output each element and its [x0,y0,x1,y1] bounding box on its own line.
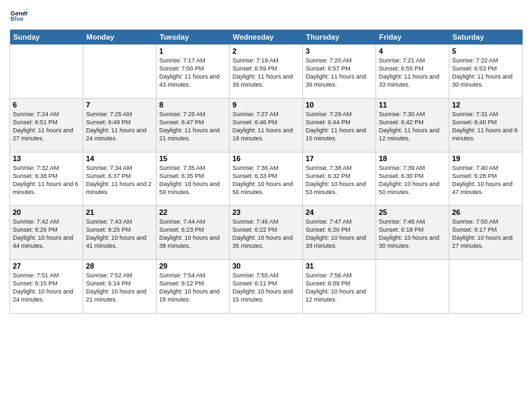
day-number: 30 [232,262,300,270]
day-number: 28 [86,262,153,270]
day-number: 1 [159,47,226,55]
calendar-cell: 29Sunrise: 7:54 AM Sunset: 6:12 PM Dayli… [157,260,230,314]
day-number: 3 [306,47,373,55]
calendar-week-4: 20Sunrise: 7:42 AM Sunset: 6:26 PM Dayli… [10,206,523,260]
calendar-cell: 16Sunrise: 7:36 AM Sunset: 6:33 PM Dayli… [230,152,303,206]
day-number: 25 [379,208,446,216]
day-number: 29 [159,262,226,270]
day-info: Sunrise: 7:17 AM Sunset: 7:00 PM Dayligh… [159,56,226,89]
weekday-header-wednesday: Wednesday [230,30,303,45]
day-info: Sunrise: 7:26 AM Sunset: 6:47 PM Dayligh… [159,110,226,143]
day-number: 14 [86,154,153,163]
calendar-cell: 25Sunrise: 7:48 AM Sunset: 6:18 PM Dayli… [376,206,449,260]
day-number: 24 [306,208,373,216]
day-number: 12 [452,101,519,109]
day-info: Sunrise: 7:40 AM Sunset: 6:28 PM Dayligh… [452,164,519,197]
day-info: Sunrise: 7:34 AM Sunset: 6:37 PM Dayligh… [86,164,153,197]
day-info: Sunrise: 7:47 AM Sunset: 6:20 PM Dayligh… [306,218,373,250]
day-number: 19 [452,154,519,163]
day-info: Sunrise: 7:27 AM Sunset: 6:46 PM Dayligh… [232,110,300,143]
weekday-header-thursday: Thursday [303,30,376,45]
day-info: Sunrise: 7:55 AM Sunset: 6:11 PM Dayligh… [232,271,300,304]
day-info: Sunrise: 7:42 AM Sunset: 6:26 PM Dayligh… [13,218,80,250]
calendar-cell: 14Sunrise: 7:34 AM Sunset: 6:37 PM Dayli… [83,152,157,206]
calendar-cell: 19Sunrise: 7:40 AM Sunset: 6:28 PM Dayli… [449,152,523,206]
day-number: 5 [452,47,519,55]
calendar-week-1: 1Sunrise: 7:17 AM Sunset: 7:00 PM Daylig… [10,45,523,99]
day-number: 7 [86,101,153,109]
day-info: Sunrise: 7:32 AM Sunset: 6:38 PM Dayligh… [13,164,80,197]
day-info: Sunrise: 7:48 AM Sunset: 6:18 PM Dayligh… [379,218,446,250]
day-number: 16 [232,154,300,163]
day-number: 23 [232,208,300,216]
calendar-cell: 21Sunrise: 7:43 AM Sunset: 6:25 PM Dayli… [83,206,157,260]
day-info: Sunrise: 7:56 AM Sunset: 6:09 PM Dayligh… [306,271,373,304]
calendar-cell: 30Sunrise: 7:55 AM Sunset: 6:11 PM Dayli… [230,260,303,314]
calendar-cell: 5Sunrise: 7:22 AM Sunset: 6:53 PM Daylig… [449,45,523,99]
calendar-cell: 22Sunrise: 7:44 AM Sunset: 6:23 PM Dayli… [157,206,230,260]
calendar-cell: 3Sunrise: 7:20 AM Sunset: 6:57 PM Daylig… [303,45,376,99]
calendar-cell: 1Sunrise: 7:17 AM Sunset: 7:00 PM Daylig… [157,45,230,99]
day-number: 8 [159,101,226,109]
day-info: Sunrise: 7:52 AM Sunset: 6:14 PM Dayligh… [86,271,153,304]
calendar-cell: 11Sunrise: 7:30 AM Sunset: 6:42 PM Dayli… [376,99,449,152]
day-number: 4 [379,47,446,55]
day-number: 10 [306,101,373,109]
calendar-table: SundayMondayTuesdayWednesdayThursdayFrid… [9,30,523,314]
day-number: 6 [13,101,80,109]
day-info: Sunrise: 7:50 AM Sunset: 6:17 PM Dayligh… [452,218,519,250]
page-container: General Blue SundayMondayTuesdayWednesda… [0,0,532,320]
calendar-cell: 4Sunrise: 7:21 AM Sunset: 6:55 PM Daylig… [376,45,449,99]
calendar-cell [449,260,523,314]
day-number: 31 [306,262,373,270]
day-number: 18 [379,154,446,163]
weekday-header-tuesday: Tuesday [157,30,230,45]
calendar-week-5: 27Sunrise: 7:51 AM Sunset: 6:15 PM Dayli… [10,260,523,314]
calendar-cell: 31Sunrise: 7:56 AM Sunset: 6:09 PM Dayli… [303,260,376,314]
calendar-cell: 13Sunrise: 7:32 AM Sunset: 6:38 PM Dayli… [10,152,83,206]
weekday-header-friday: Friday [376,30,449,45]
calendar-cell: 26Sunrise: 7:50 AM Sunset: 6:17 PM Dayli… [449,206,523,260]
day-number: 11 [379,101,446,109]
calendar-cell: 24Sunrise: 7:47 AM Sunset: 6:20 PM Dayli… [303,206,376,260]
calendar-cell [10,45,83,99]
calendar-cell: 9Sunrise: 7:27 AM Sunset: 6:46 PM Daylig… [230,99,303,152]
day-info: Sunrise: 7:35 AM Sunset: 6:35 PM Dayligh… [159,164,226,197]
calendar-cell [376,260,449,314]
day-number: 21 [86,208,153,216]
weekday-header-monday: Monday [83,30,157,45]
calendar-cell: 23Sunrise: 7:46 AM Sunset: 6:22 PM Dayli… [230,206,303,260]
day-info: Sunrise: 7:22 AM Sunset: 6:53 PM Dayligh… [452,56,519,89]
day-number: 22 [159,208,226,216]
day-number: 20 [13,208,80,216]
calendar-cell: 20Sunrise: 7:42 AM Sunset: 6:26 PM Dayli… [10,206,83,260]
day-info: Sunrise: 7:51 AM Sunset: 6:15 PM Dayligh… [13,271,80,304]
day-info: Sunrise: 7:44 AM Sunset: 6:23 PM Dayligh… [159,218,226,250]
logo-icon: General Blue [9,7,28,26]
day-info: Sunrise: 7:20 AM Sunset: 6:57 PM Dayligh… [306,56,373,89]
day-number: 15 [159,154,226,163]
calendar-week-2: 6Sunrise: 7:24 AM Sunset: 6:51 PM Daylig… [10,99,523,152]
day-info: Sunrise: 7:36 AM Sunset: 6:33 PM Dayligh… [232,164,300,197]
calendar-cell: 18Sunrise: 7:39 AM Sunset: 6:30 PM Dayli… [376,152,449,206]
day-number: 26 [452,208,519,216]
calendar-cell: 28Sunrise: 7:52 AM Sunset: 6:14 PM Dayli… [83,260,157,314]
day-info: Sunrise: 7:46 AM Sunset: 6:22 PM Dayligh… [232,218,300,250]
calendar-cell: 7Sunrise: 7:25 AM Sunset: 6:49 PM Daylig… [83,99,157,152]
day-info: Sunrise: 7:30 AM Sunset: 6:42 PM Dayligh… [379,110,446,143]
day-info: Sunrise: 7:24 AM Sunset: 6:51 PM Dayligh… [13,110,80,143]
day-number: 2 [232,47,300,55]
day-info: Sunrise: 7:29 AM Sunset: 6:44 PM Dayligh… [306,110,373,143]
day-number: 17 [306,154,373,163]
day-info: Sunrise: 7:31 AM Sunset: 6:40 PM Dayligh… [452,110,519,143]
page-header: General Blue [9,7,523,26]
day-info: Sunrise: 7:54 AM Sunset: 6:12 PM Dayligh… [159,271,226,304]
day-number: 13 [13,154,80,163]
calendar-cell: 15Sunrise: 7:35 AM Sunset: 6:35 PM Dayli… [157,152,230,206]
svg-text:Blue: Blue [10,15,24,22]
calendar-cell: 17Sunrise: 7:38 AM Sunset: 6:32 PM Dayli… [303,152,376,206]
calendar-cell: 10Sunrise: 7:29 AM Sunset: 6:44 PM Dayli… [303,99,376,152]
day-info: Sunrise: 7:38 AM Sunset: 6:32 PM Dayligh… [306,164,373,197]
day-info: Sunrise: 7:25 AM Sunset: 6:49 PM Dayligh… [86,110,153,143]
calendar-cell [83,45,157,99]
